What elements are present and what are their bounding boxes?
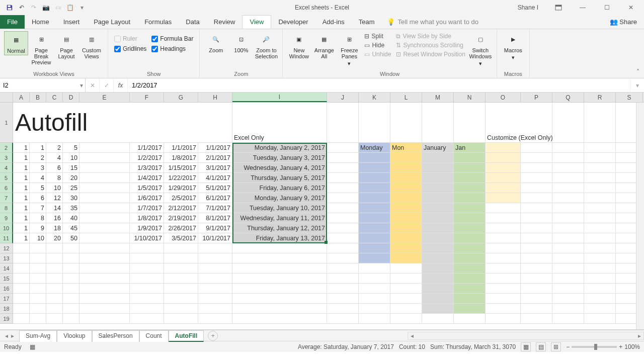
- cell[interactable]: [552, 294, 584, 304]
- cell[interactable]: Tuesday, January 10, 2017: [232, 203, 327, 213]
- cell[interactable]: [13, 243, 30, 253]
- cell[interactable]: [422, 173, 454, 183]
- cell[interactable]: [327, 193, 359, 203]
- cell[interactable]: [327, 253, 359, 263]
- cell[interactable]: [30, 253, 46, 263]
- cell[interactable]: [164, 253, 198, 263]
- cell[interactable]: [521, 223, 552, 233]
- sheet-tab-autofill[interactable]: AutoFill: [169, 330, 204, 342]
- cell[interactable]: [359, 183, 390, 193]
- cell[interactable]: January: [422, 143, 454, 153]
- cell[interactable]: [13, 294, 30, 304]
- cell[interactable]: [327, 274, 359, 284]
- qat-more-icon[interactable]: ▾: [76, 2, 88, 13]
- cell[interactable]: [486, 243, 521, 253]
- cell[interactable]: Friday, January 13, 2017: [232, 233, 327, 243]
- cell[interactable]: [327, 304, 359, 314]
- cell[interactable]: [359, 223, 390, 233]
- cell[interactable]: [198, 304, 232, 314]
- column-header-S[interactable]: S: [616, 93, 643, 102]
- cell[interactable]: [422, 284, 454, 294]
- sheet-nav-next-icon[interactable]: ▸: [11, 332, 14, 339]
- zoom-slider[interactable]: [572, 346, 617, 348]
- cell[interactable]: [390, 294, 422, 304]
- cell[interactable]: [327, 183, 359, 193]
- cell[interactable]: [359, 193, 390, 203]
- row-header[interactable]: 2: [0, 143, 13, 153]
- tab-file[interactable]: File: [0, 15, 25, 29]
- cell[interactable]: [422, 183, 454, 193]
- cell[interactable]: 30: [63, 193, 79, 203]
- arrange-all-button[interactable]: ▦Arrange All: [312, 31, 336, 60]
- cell[interactable]: [327, 233, 359, 243]
- cell[interactable]: [390, 284, 422, 294]
- cell[interactable]: [130, 253, 164, 263]
- cell[interactable]: [486, 253, 521, 263]
- cell[interactable]: [422, 304, 454, 314]
- cell[interactable]: 1/10/2017: [130, 233, 164, 243]
- cell[interactable]: [584, 183, 616, 193]
- cell[interactable]: [130, 304, 164, 314]
- cell[interactable]: [327, 314, 359, 324]
- cell[interactable]: 4/1/2017: [198, 173, 232, 183]
- cell[interactable]: [198, 243, 232, 253]
- cell[interactable]: 2/26/2017: [164, 223, 198, 233]
- cell[interactable]: [198, 253, 232, 263]
- cell[interactable]: [79, 153, 130, 163]
- column-header-F[interactable]: F: [130, 93, 164, 102]
- cell[interactable]: [30, 243, 46, 253]
- cell[interactable]: 1: [13, 223, 30, 233]
- zoom-selection-button[interactable]: 🔎Zoom to Selection: [254, 31, 278, 60]
- cell[interactable]: [390, 203, 422, 213]
- cell[interactable]: [584, 223, 616, 233]
- cell[interactable]: [521, 263, 552, 274]
- cell[interactable]: 1/5/2017: [130, 183, 164, 193]
- cell[interactable]: [584, 163, 616, 173]
- cell[interactable]: [198, 294, 232, 304]
- cell[interactable]: [584, 233, 616, 243]
- cell[interactable]: 1/6/2017: [130, 193, 164, 203]
- cell[interactable]: [521, 284, 552, 294]
- cell[interactable]: 16: [46, 213, 63, 223]
- cell[interactable]: [30, 263, 46, 274]
- cell[interactable]: [390, 153, 422, 163]
- sheet-tab-vlookup[interactable]: Vlookup: [57, 330, 92, 342]
- row-header[interactable]: 9: [0, 213, 13, 223]
- formula-expand-icon[interactable]: ▾: [630, 78, 644, 92]
- cell[interactable]: [327, 213, 359, 223]
- column-header-O[interactable]: O: [486, 93, 521, 102]
- cell[interactable]: [232, 284, 327, 294]
- cell[interactable]: 1/8/2017: [164, 153, 198, 163]
- row-header[interactable]: 5: [0, 173, 13, 183]
- row-header[interactable]: 10: [0, 223, 13, 233]
- column-header-I[interactable]: I: [232, 93, 327, 102]
- cell[interactable]: 4: [46, 153, 63, 163]
- cell[interactable]: [584, 263, 616, 274]
- cell[interactable]: [79, 284, 130, 294]
- cell[interactable]: [46, 243, 63, 253]
- cell[interactable]: [422, 163, 454, 173]
- headings-checkbox[interactable]: Headings: [149, 44, 195, 53]
- cell[interactable]: Thursday, January 5, 2017: [232, 173, 327, 183]
- cell[interactable]: [46, 274, 63, 284]
- cell[interactable]: 25: [63, 183, 79, 193]
- split-button[interactable]: ⊟ Split: [362, 32, 393, 40]
- cell[interactable]: 10/1/2017: [198, 233, 232, 243]
- cell[interactable]: 1/8/2017: [130, 213, 164, 223]
- select-all-corner[interactable]: [0, 93, 13, 102]
- cell[interactable]: [422, 294, 454, 304]
- camera-icon[interactable]: 📷: [40, 2, 51, 13]
- cell[interactable]: [390, 183, 422, 193]
- cell[interactable]: [454, 263, 486, 274]
- tab-home[interactable]: Home: [25, 15, 56, 29]
- cell[interactable]: 2/5/2017: [164, 193, 198, 203]
- cell[interactable]: [584, 274, 616, 284]
- cell[interactable]: [327, 173, 359, 183]
- cell[interactable]: [63, 243, 79, 253]
- cell[interactable]: 1: [30, 143, 46, 153]
- cell[interactable]: [198, 314, 232, 324]
- cell[interactable]: [422, 223, 454, 233]
- cell[interactable]: [422, 263, 454, 274]
- cell[interactable]: [327, 284, 359, 294]
- cell[interactable]: [584, 153, 616, 163]
